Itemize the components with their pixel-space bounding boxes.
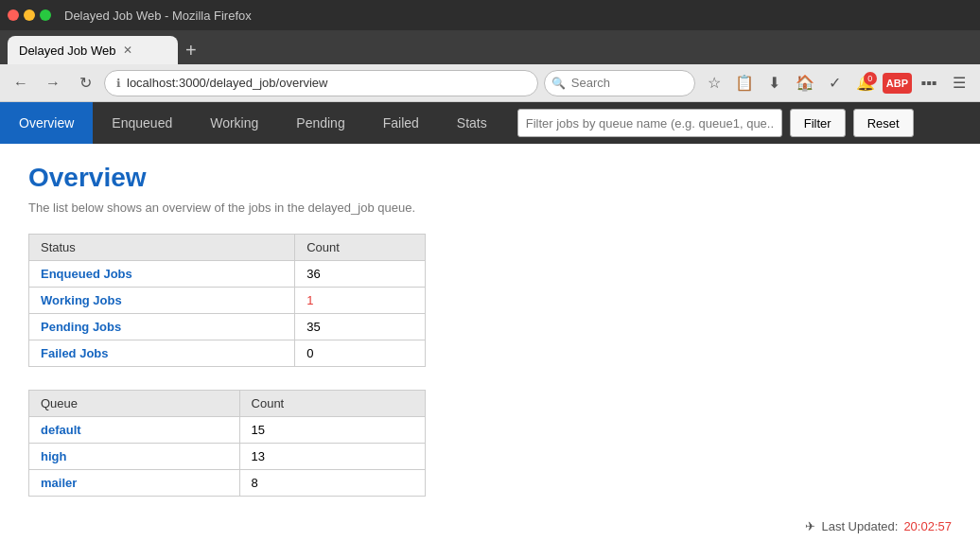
search-container: 🔍 <box>544 70 695 96</box>
tab-stats[interactable]: Stats <box>438 102 506 144</box>
close-button[interactable] <box>8 9 19 21</box>
table-row: Enqueued Jobs 36 <box>29 261 426 288</box>
queue-table: Queue Count default 15 high 13 mailer 8 <box>28 390 426 497</box>
address-bar[interactable]: ℹ localhost:3000/delayed_job/overview <box>104 70 538 96</box>
last-updated: ✈ Last Updated: 20:02:57 <box>28 519 952 533</box>
tab-enqueued[interactable]: Enqueued <box>93 102 191 144</box>
failed-jobs-link[interactable]: Failed Jobs <box>41 346 109 360</box>
active-browser-tab[interactable]: Delayed Job Web ✕ <box>8 36 178 64</box>
page-title: Overview <box>28 163 952 193</box>
search-icon: 🔍 <box>551 77 566 90</box>
pocket-button[interactable]: ✓ <box>822 70 849 96</box>
reload-button[interactable]: ↻ <box>72 70 98 96</box>
window-title: Delayed Job Web - Mozilla Firefox <box>64 9 252 23</box>
window-controls <box>8 9 51 21</box>
table-row: Failed Jobs 0 <box>29 340 426 367</box>
tab-working[interactable]: Working <box>191 102 277 144</box>
new-tab-button[interactable]: + <box>178 36 204 64</box>
nav-icons: ☆ 📋 ⬇ 🏠 ✓ 🔔 0 ABP ▪▪▪ ☰ <box>701 70 972 96</box>
menu-button[interactable]: ☰ <box>946 70 972 96</box>
filter-button[interactable]: Filter <box>790 109 846 137</box>
count-cell: 1 <box>295 288 426 314</box>
app-nav-tabs: Overview Enqueued Working Pending Failed… <box>0 102 506 144</box>
clipboard-button[interactable]: 📋 <box>731 70 758 96</box>
last-updated-label: Last Updated: <box>821 519 898 533</box>
working-count: 1 <box>306 293 313 307</box>
pending-jobs-link[interactable]: Pending Jobs <box>41 320 121 334</box>
browser-navbar: ← → ↻ ℹ localhost:3000/delayed_job/overv… <box>0 64 980 102</box>
table-row: Working Jobs 1 <box>29 288 426 314</box>
close-tab-icon[interactable]: ✕ <box>123 44 132 57</box>
table-row: default 15 <box>29 417 426 444</box>
table-row: Pending Jobs 35 <box>29 314 426 340</box>
count-cell: 0 <box>295 340 426 367</box>
table-row: mailer 8 <box>29 470 426 497</box>
status-cell: Working Jobs <box>29 288 295 314</box>
tab-overview[interactable]: Overview <box>0 102 93 144</box>
home-button[interactable]: 🏠 <box>792 70 818 96</box>
filter-input[interactable] <box>517 109 782 137</box>
queue-cell: mailer <box>29 470 240 497</box>
mailer-queue-link[interactable]: mailer <box>41 476 77 490</box>
count-col-header: Count <box>295 235 426 261</box>
tab-failed[interactable]: Failed <box>364 102 438 144</box>
status-col-header: Status <box>29 235 295 261</box>
page-subtitle: The list below shows an overview of the … <box>28 201 952 215</box>
download-button[interactable]: ⬇ <box>761 70 788 96</box>
minimize-button[interactable] <box>24 9 35 21</box>
status-cell: Pending Jobs <box>29 314 295 340</box>
browser-titlebar: Delayed Job Web - Mozilla Firefox <box>0 0 980 30</box>
queue-count-cell: 15 <box>239 417 425 444</box>
maximize-button[interactable] <box>40 9 51 21</box>
extensions-button[interactable]: ▪▪▪ <box>916 70 942 96</box>
high-queue-link[interactable]: high <box>41 449 66 463</box>
status-cell: Enqueued Jobs <box>29 261 295 288</box>
browser-search-input[interactable] <box>544 70 695 96</box>
send-icon: ✈ <box>805 519 815 533</box>
count-cell: 35 <box>295 314 426 340</box>
info-icon: ℹ <box>116 77 121 90</box>
address-text: localhost:3000/delayed_job/overview <box>127 76 327 90</box>
queue-cell: high <box>29 444 240 470</box>
queue-count-cell: 8 <box>239 470 425 497</box>
abp-button[interactable]: ABP <box>883 73 912 94</box>
queue-count-cell: 13 <box>239 444 425 470</box>
count-col-header2: Count <box>239 391 425 417</box>
filter-area: Filter Reset <box>517 109 980 137</box>
bookmark-star-button[interactable]: ☆ <box>701 70 727 96</box>
status-table: Status Count Enqueued Jobs 36 Working Jo… <box>28 234 426 367</box>
notification-badge: 0 <box>864 72 877 85</box>
table-row: high 13 <box>29 444 426 470</box>
queue-cell: default <box>29 417 240 444</box>
notifications-button[interactable]: 🔔 0 <box>852 70 879 96</box>
enqueued-jobs-link[interactable]: Enqueued Jobs <box>41 267 132 281</box>
working-jobs-link[interactable]: Working Jobs <box>41 293 122 307</box>
reset-button[interactable]: Reset <box>853 109 914 137</box>
browser-tabs-bar: Delayed Job Web ✕ + <box>0 30 980 64</box>
status-cell: Failed Jobs <box>29 340 295 367</box>
last-updated-time: 20:02:57 <box>903 519 952 533</box>
queue-col-header: Queue <box>29 391 240 417</box>
tab-pending[interactable]: Pending <box>277 102 363 144</box>
tab-label: Delayed Job Web <box>19 44 115 58</box>
forward-button[interactable]: → <box>40 70 66 96</box>
app-navbar: Overview Enqueued Working Pending Failed… <box>0 102 980 144</box>
count-cell: 36 <box>295 261 426 288</box>
default-queue-link[interactable]: default <box>41 423 81 437</box>
page-content: Overview The list below shows an overvie… <box>0 144 980 541</box>
back-button[interactable]: ← <box>8 70 34 96</box>
